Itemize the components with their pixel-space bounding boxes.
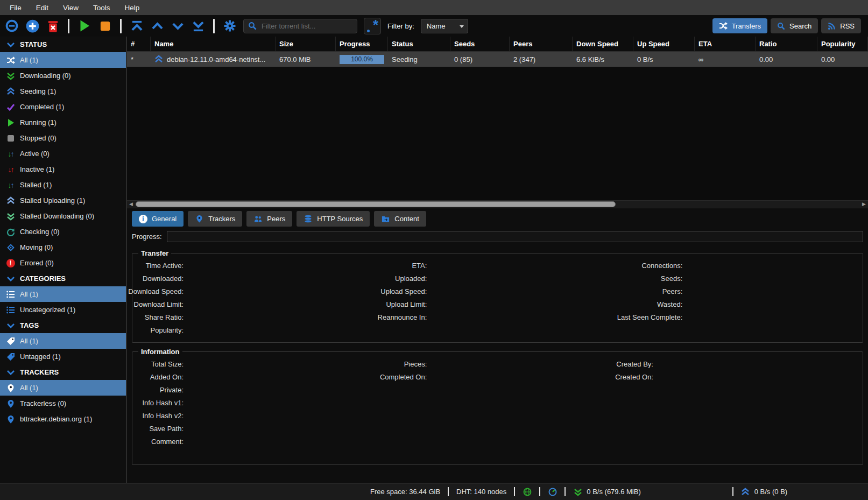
sidebar-item-checking[interactable]: Checking (0) [0, 224, 126, 240]
sidebar-item-stalled-downloading[interactable]: Stalled Downloading (0) [0, 208, 126, 224]
column-header-num[interactable]: # [127, 37, 151, 51]
sidebar-item-tags-all[interactable]: All (1) [0, 333, 126, 349]
column-header-ratio[interactable]: Ratio [756, 37, 817, 51]
cell-peers: 2 (347) [510, 52, 573, 67]
rss-button[interactable]: RSS [821, 18, 861, 33]
cell-status: Seeding [388, 52, 450, 67]
sidebar-item-stalled[interactable]: ↓↑ Stalled (1) [0, 177, 126, 193]
created-by-label: Created By: [616, 360, 653, 368]
free-space: Free space: 36.44 GiB [370, 488, 440, 496]
chevron-down-icon [6, 274, 15, 283]
column-header-status[interactable]: Status [388, 37, 450, 51]
sidebar-item-downloading[interactable]: Downloading (0) [0, 68, 126, 83]
delete-icon[interactable] [46, 19, 60, 33]
sidebar-item-categories-all[interactable]: All (1) [0, 286, 126, 302]
cell-popularity: 0.00 [817, 52, 868, 67]
tags-section-header[interactable]: TAGS [0, 318, 126, 333]
alt-speed-gauge-icon[interactable] [548, 487, 557, 496]
sidebar-item-active[interactable]: ↓↑ Active (0) [0, 146, 126, 161]
sidebar-item-untagged[interactable]: Untagged (1) [0, 349, 126, 364]
sidebar-item-errored[interactable]: ! Errored (0) [0, 255, 126, 271]
menu-bar: File Edit View Tools Help [0, 0, 868, 15]
sidebar-item-trackerless[interactable]: Trackerless (0) [0, 396, 126, 411]
toolbar-separator [120, 19, 122, 33]
tab-general[interactable]: i General [132, 211, 184, 227]
double-chevron-down-icon [6, 71, 15, 80]
column-header-up-speed[interactable]: Up Speed [633, 37, 695, 51]
scrollbar-thumb[interactable] [136, 201, 616, 207]
transfers-button[interactable]: Transfers [712, 18, 767, 33]
tab-trackers[interactable]: Trackers [188, 211, 242, 227]
sidebar-item-moving[interactable]: Moving (0) [0, 240, 126, 255]
cell-down-speed: 6.6 KiB/s [573, 52, 633, 67]
statusbar-separator [514, 487, 515, 496]
column-header-peers[interactable]: Peers [510, 37, 573, 51]
stop-icon[interactable] [98, 19, 112, 33]
scroll-right-icon[interactable]: ▶ [861, 202, 867, 207]
share-ratio-label: Share Ratio: [145, 313, 184, 321]
category-list-icon [6, 290, 15, 299]
statusbar-separator [448, 487, 449, 496]
tracker-pin-icon [195, 214, 204, 223]
column-header-eta[interactable]: ETA [695, 37, 756, 51]
menu-view[interactable]: View [63, 4, 79, 12]
menu-file[interactable]: File [10, 4, 22, 12]
cell-progress: 100.0% [336, 52, 388, 67]
categories-section-header[interactable]: CATEGORIES [0, 271, 126, 286]
tab-peers[interactable]: Peers [246, 211, 292, 227]
scrollbar-track[interactable] [134, 201, 861, 207]
status-section-header[interactable]: STATUS [0, 37, 126, 52]
global-download-speed: 0 B/s (679.6 MiB) [573, 487, 640, 496]
options-gear-icon[interactable] [223, 19, 237, 33]
upload-limit-label: Upload Limit: [386, 300, 427, 308]
column-header-progress[interactable]: Progress [336, 37, 388, 51]
global-upload-speed: 0 B/s (0 B) [741, 487, 787, 496]
sidebar-item-trackers-all[interactable]: All (1) [0, 380, 126, 396]
sidebar-item-completed[interactable]: Completed (1) [0, 99, 126, 115]
statusbar-separator [564, 487, 566, 496]
tab-content[interactable]: Content [374, 211, 426, 227]
download-limit-label: Download Limit: [134, 300, 184, 308]
column-header-size[interactable]: Size [276, 37, 336, 51]
sidebar-item-stalled-uploading[interactable]: Stalled Uploading (1) [0, 193, 126, 208]
menu-help[interactable]: Help [125, 4, 140, 12]
created-on-label: Created On: [615, 373, 653, 381]
sidebar-item-stopped[interactable]: Stopped (0) [0, 130, 126, 146]
move-up-icon[interactable] [150, 19, 164, 33]
tab-http-sources[interactable]: HTTP Sources [297, 211, 370, 227]
move-bottom-icon[interactable] [191, 19, 205, 33]
sidebar-item-running[interactable]: Running (1) [0, 115, 126, 130]
move-top-icon[interactable] [130, 19, 144, 33]
sidebar-item-bttracker-debian-org[interactable]: bttracker.debian.org (1) [0, 411, 126, 427]
trackers-section-header[interactable]: TRACKERS [0, 364, 126, 380]
sidebar-item-status-all[interactable]: All (1) [0, 52, 126, 68]
tag-icon [6, 336, 15, 346]
column-header-name[interactable]: Name [151, 37, 276, 51]
column-header-seeds[interactable]: Seeds [450, 37, 510, 51]
add-torrent-link-icon[interactable] [5, 19, 19, 33]
move-down-icon[interactable] [171, 19, 185, 33]
scroll-left-icon[interactable]: ◀ [128, 202, 134, 207]
chevron-down-icon [6, 321, 15, 330]
sidebar-item-inactive[interactable]: ↓↑ Inactive (1) [0, 161, 126, 177]
torrent-filter-searchbox[interactable] [243, 19, 357, 33]
chevron-down-icon [6, 40, 15, 49]
torrent-row[interactable]: * debian-12.11.0-amd64-netinst... 670.0 … [127, 52, 868, 67]
wasted-label: Wasted: [657, 300, 682, 308]
regex-filter-icon[interactable]: * [364, 18, 381, 34]
menu-edit[interactable]: Edit [36, 4, 48, 12]
sidebar-item-seeding[interactable]: Seeding (1) [0, 83, 126, 99]
search-view-button[interactable]: Search [771, 18, 818, 33]
sidebar-item-uncategorized[interactable]: Uncategorized (1) [0, 302, 126, 318]
torrent-filter-input[interactable] [260, 22, 352, 31]
column-header-popularity[interactable]: Popularity [817, 37, 868, 51]
diamond-icon [6, 243, 15, 252]
add-torrent-file-icon[interactable] [25, 19, 39, 33]
upload-speed-label: Upload Speed: [380, 287, 427, 295]
horizontal-scrollbar[interactable]: ◀ ▶ [127, 200, 868, 208]
filter-by-select[interactable]: Name [421, 19, 468, 33]
resume-icon[interactable] [77, 19, 91, 33]
connections-label: Connections: [641, 262, 682, 270]
menu-tools[interactable]: Tools [93, 4, 110, 12]
column-header-down-speed[interactable]: Down Speed [573, 37, 633, 51]
